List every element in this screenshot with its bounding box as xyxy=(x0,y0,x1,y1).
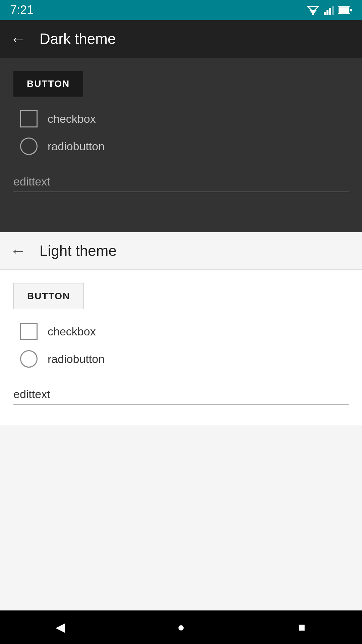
dark-button[interactable]: BUTTON xyxy=(13,71,83,97)
light-back-button[interactable]: ← xyxy=(10,241,26,260)
nav-bar: ◀ ● ■ xyxy=(0,610,362,644)
dark-radio-row: radiobutton xyxy=(13,138,349,155)
light-checkbox-label: checkbox xyxy=(48,325,96,338)
dark-checkbox[interactable] xyxy=(20,110,38,127)
dark-back-button[interactable]: ← xyxy=(10,30,26,48)
dark-checkbox-row: checkbox xyxy=(13,110,349,127)
status-time: 7:21 xyxy=(10,3,34,17)
light-radiobutton[interactable] xyxy=(20,350,38,368)
svg-rect-3 xyxy=(324,12,326,15)
svg-rect-5 xyxy=(329,8,331,15)
dark-theme-section: ← Dark theme BUTTON checkbox radiobutton xyxy=(0,20,362,232)
svg-rect-6 xyxy=(332,6,334,15)
light-edittext[interactable] xyxy=(13,384,349,405)
light-toolbar-title: Light theme xyxy=(40,243,117,259)
battery-icon xyxy=(338,6,352,14)
dark-toolbar: ← Dark theme xyxy=(0,20,362,58)
svg-point-2 xyxy=(312,13,314,15)
svg-rect-8 xyxy=(339,7,349,13)
dark-checkbox-label: checkbox xyxy=(48,112,96,125)
nav-recent-button[interactable]: ■ xyxy=(288,614,315,641)
svg-rect-4 xyxy=(326,10,328,15)
light-checkbox-row: checkbox xyxy=(13,323,349,340)
nav-back-button[interactable]: ◀ xyxy=(47,614,74,641)
light-theme-section: ← Light theme BUTTON checkbox radiobutto… xyxy=(0,232,362,610)
svg-rect-9 xyxy=(350,9,352,11)
light-content: BUTTON checkbox radiobutton xyxy=(0,270,362,425)
light-spacer xyxy=(0,425,362,459)
dark-edittext[interactable] xyxy=(13,172,349,192)
status-bar: 7:21 xyxy=(0,0,362,20)
dark-radiobutton[interactable] xyxy=(20,138,38,155)
nav-home-button[interactable]: ● xyxy=(168,614,194,641)
signal-icon xyxy=(324,5,334,15)
status-icons xyxy=(306,5,352,15)
light-toolbar: ← Light theme xyxy=(0,232,362,270)
light-radio-label: radiobutton xyxy=(48,353,105,366)
light-radio-row: radiobutton xyxy=(13,350,349,368)
light-checkbox[interactable] xyxy=(20,323,38,340)
dark-content: BUTTON checkbox radiobutton xyxy=(0,58,362,232)
wifi-icon xyxy=(306,5,320,15)
dark-radio-label: radiobutton xyxy=(48,140,105,153)
light-button[interactable]: BUTTON xyxy=(13,283,84,309)
dark-toolbar-title: Dark theme xyxy=(40,31,116,47)
